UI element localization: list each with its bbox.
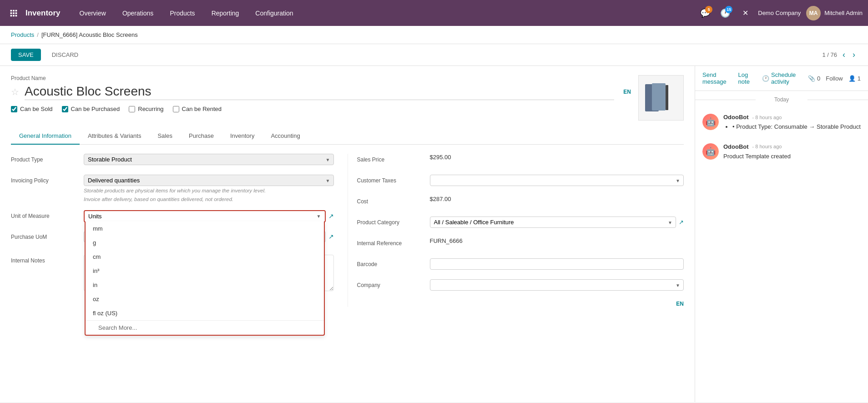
favorite-star-icon[interactable]: ☆ [11,86,19,97]
clock-badge: 15 [725,6,732,13]
product-type-select-wrapper: Storable Product Consumable Service ▼ [84,154,334,165]
product-name-label: Product Name [11,75,631,81]
purchase-uom-external-link-icon[interactable]: ↗ [328,233,334,240]
company-input[interactable] [430,279,684,291]
next-record-button[interactable]: › [851,49,857,60]
purchase-uom-label: Purchase UoM [11,231,84,240]
message-header-2: OdooBot - 8 hours ago [723,143,861,150]
customer-taxes-value: ▼ [430,175,684,186]
chatter-panel: Send message Log note 🕐 Schedule activit… [695,66,868,402]
nav-products[interactable]: Products [161,0,203,26]
uom-search-more[interactable]: Search More... [86,320,324,335]
odoobot-avatar-2: 🤖 [702,143,719,160]
invoicing-policy-field: Invoicing Policy Delivered quantities Or… [11,175,334,204]
uom-field-row: Unit of Measure ▼ mm g cm in³ in [11,210,334,225]
uom-option-in3[interactable]: in³ [86,264,324,278]
product-image[interactable] [638,75,684,121]
uom-option-mm[interactable]: mm [86,222,324,236]
tab-accounting[interactable]: Accounting [262,128,308,145]
product-type-value: Storable Product Consumable Service ▼ [84,154,334,165]
nav-brand[interactable]: Inventory [25,9,61,18]
invoicing-policy-select-wrapper: Delivered quantities Ordered quantities … [84,175,334,186]
product-category-value: ▼ ↗ [430,217,684,228]
customer-taxes-input[interactable] [430,175,684,186]
product-category-label: Product Category [357,217,430,226]
uom-option-cm[interactable]: cm [86,250,324,264]
can-be-sold-checkbox[interactable]: Can be Sold [11,106,53,112]
cost-text: $287.00 [430,196,451,202]
schedule-activity-button[interactable]: 🕐 Schedule activity [762,71,801,85]
cost-label: Cost [357,196,430,205]
notes-lang[interactable]: EN [676,301,684,307]
invoicing-policy-value: Delivered quantities Ordered quantities … [84,175,334,204]
customer-taxes-label: Customer Taxes [357,175,430,184]
uom-external-link-icon[interactable]: ↗ [328,212,334,220]
message-content-1: OdooBot - 8 hours ago • Product Type: Co… [723,114,861,132]
save-button[interactable]: SAVE [11,49,41,61]
nav-user[interactable]: MA Mitchell Admin [806,6,863,20]
send-message-button[interactable]: Send message [702,71,731,85]
uom-option-in[interactable]: in [86,278,324,292]
attachments-count: 0 [817,75,820,82]
follow-button[interactable]: Follow [826,75,843,82]
nav-company[interactable]: Demo Company [758,10,801,16]
product-name-input[interactable] [25,83,614,100]
barcode-input[interactable] [430,258,684,270]
message-author-1: OdooBot [723,114,749,121]
avatar-img-1: 🤖 [702,114,719,130]
attachments-button[interactable]: 📎 0 [808,75,820,82]
form-panel: Product Name ☆ EN Can be Sold Can be Pur… [0,66,695,402]
product-category-input[interactable] [430,217,676,228]
product-type-select[interactable]: Storable Product Consumable Service [84,154,334,165]
product-type-field: Product Type Storable Product Consumable… [11,154,334,168]
form-toolbar: SAVE DISCARD 1 / 76 ‹ › [0,44,868,66]
uom-field: ▼ mm g cm in³ in oz fl oz (US) Search Mo… [84,210,334,222]
chat-icon-btn[interactable]: 💬 5 [698,6,712,20]
nav-overview[interactable]: Overview [71,0,114,26]
product-category-external-link-icon[interactable]: ↗ [679,219,684,226]
breadcrumb-parent[interactable]: Products [11,31,34,38]
language-tag[interactable]: EN [623,89,631,95]
toolbar-right: 1 / 76 ‹ › [822,49,857,60]
can-be-rented-checkbox[interactable]: Can be Rented [173,106,222,112]
clock-icon-btn[interactable]: 🕐 15 [718,6,732,20]
message-text-2: Product Template created [723,152,861,161]
tab-attributes-variants[interactable]: Attributes & Variants [80,128,150,145]
product-category-field: Product Category ▼ ↗ [357,217,684,231]
notes-lang-tag: EN [357,300,684,307]
nav-reporting[interactable]: Reporting [203,0,247,26]
uom-option-floz[interactable]: fl oz (US) [86,306,324,320]
followers-button[interactable]: 👤 1 [848,75,861,82]
uom-input-wrapper: ▼ mm g cm in³ in oz fl oz (US) Search Mo… [84,210,326,222]
tab-purchase[interactable]: Purchase [181,128,222,145]
nav-operations[interactable]: Operations [114,0,161,26]
log-note-button[interactable]: Log note [738,71,755,85]
invoicing-policy-select[interactable]: Delivered quantities Ordered quantities [84,175,334,186]
tab-inventory[interactable]: Inventory [222,128,262,145]
can-be-purchased-checkbox[interactable]: Can be Purchased [62,106,120,112]
close-icon-btn[interactable]: ✕ [738,6,752,20]
uom-option-g[interactable]: g [86,236,324,250]
product-name-row: ☆ EN [11,83,631,100]
sales-price-value: $295.00 [430,154,684,161]
product-tabs: General Information Attributes & Variant… [11,128,684,145]
discard-button[interactable]: DISCARD [45,49,86,61]
sales-price-field: Sales Price $295.00 [357,154,684,168]
tab-general-information[interactable]: General Information [11,128,80,145]
svg-rect-1 [652,83,666,111]
uom-option-oz[interactable]: oz [86,292,324,306]
recurring-checkbox[interactable]: Recurring [129,106,163,112]
pagination-text: 1 / 76 [822,51,837,58]
uom-input[interactable] [85,211,325,222]
internal-reference-field: Internal Reference FURN_6666 [357,237,684,252]
cost-value: $287.00 [430,196,684,202]
apps-icon[interactable] [5,5,22,21]
nav-configuration[interactable]: Configuration [247,0,301,26]
followers-icon: 👤 [848,75,856,82]
prev-record-button[interactable]: ‹ [841,49,847,60]
tab-sales[interactable]: Sales [149,128,181,145]
message-time-1: - 8 hours ago [752,115,782,120]
company-field: Company ▼ [357,279,684,294]
message-text-1: • Product Type: Consumable → Storable Pr… [723,122,861,131]
top-navigation: Inventory Overview Operations Products R… [0,0,868,26]
